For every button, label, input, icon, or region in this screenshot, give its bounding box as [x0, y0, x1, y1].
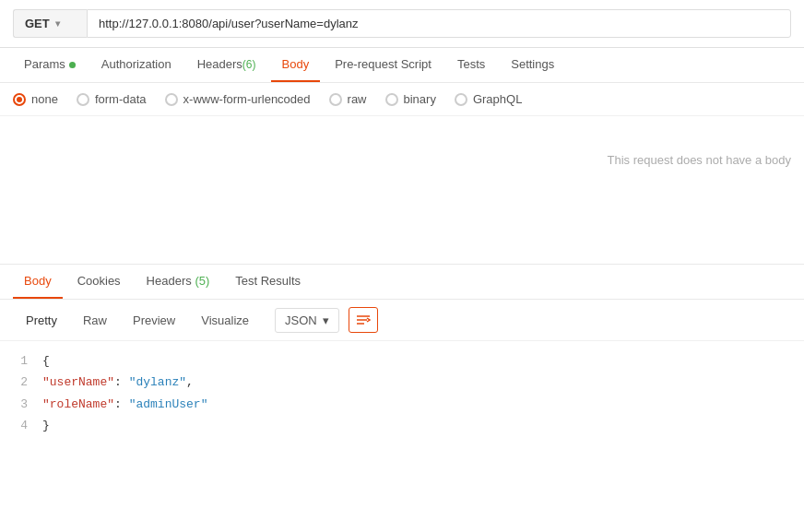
response-tab-test-results[interactable]: Test Results	[224, 265, 312, 299]
json-line-3: 3 "roleName": "adminUser"	[13, 394, 791, 415]
tab-authorization[interactable]: Authorization	[90, 48, 183, 82]
radio-form-data-circle	[77, 93, 89, 106]
radio-graphql[interactable]: GraphQL	[455, 92, 522, 106]
tab-tests[interactable]: Tests	[446, 48, 496, 82]
no-body-message: This request does not have a body	[0, 116, 804, 264]
format-preview[interactable]: Preview	[120, 309, 188, 332]
radio-raw-circle	[329, 93, 342, 106]
body-options: none form-data x-www-form-urlencoded raw…	[0, 83, 804, 116]
method-label: GET	[25, 17, 50, 30]
radio-none-circle	[13, 93, 26, 106]
tab-body[interactable]: Body	[271, 48, 321, 82]
json-type-select[interactable]: JSON ▾	[275, 308, 339, 333]
response-tab-body[interactable]: Body	[13, 265, 63, 299]
url-input[interactable]	[87, 9, 791, 38]
headers-badge: (6)	[242, 58, 256, 71]
json-line-1: 1 {	[13, 350, 791, 372]
format-pretty[interactable]: Pretty	[13, 309, 70, 332]
response-tabs: Body Cookies Headers (5) Test Results	[0, 265, 804, 300]
tab-prerequest[interactable]: Pre-request Script	[324, 48, 443, 82]
format-raw[interactable]: Raw	[70, 309, 120, 332]
response-body: 1 { 2 "userName": "dylanz", 3 "roleName"…	[0, 341, 804, 446]
tab-settings[interactable]: Settings	[500, 48, 565, 82]
radio-raw[interactable]: raw	[329, 92, 367, 106]
method-select[interactable]: GET ▾	[13, 9, 87, 38]
radio-form-data[interactable]: form-data	[77, 92, 147, 106]
radio-binary-circle	[385, 93, 398, 106]
response-headers-badge: (5)	[195, 274, 209, 288]
tab-params[interactable]: Params	[13, 48, 87, 82]
radio-urlencoded-circle	[165, 93, 178, 106]
json-line-4: 4 }	[13, 415, 791, 436]
method-chevron: ▾	[55, 18, 60, 29]
format-visualize[interactable]: Visualize	[188, 309, 262, 332]
response-tab-cookies[interactable]: Cookies	[66, 265, 132, 299]
response-tab-headers[interactable]: Headers (5)	[136, 265, 221, 299]
url-bar: GET ▾	[0, 0, 804, 48]
json-line-2: 2 "userName": "dylanz",	[13, 372, 791, 393]
format-toolbar: Pretty Raw Preview Visualize JSON ▾	[0, 300, 804, 341]
json-chevron-icon: ▾	[323, 313, 329, 327]
wrap-icon[interactable]	[349, 307, 378, 333]
request-tabs: Params Authorization Headers(6) Body Pre…	[0, 48, 804, 83]
params-dot	[69, 62, 76, 68]
radio-none[interactable]: none	[13, 92, 58, 106]
tab-headers[interactable]: Headers(6)	[186, 48, 267, 82]
radio-graphql-circle	[455, 93, 467, 106]
radio-binary[interactable]: binary	[385, 92, 436, 106]
radio-urlencoded[interactable]: x-www-form-urlencoded	[165, 92, 311, 106]
